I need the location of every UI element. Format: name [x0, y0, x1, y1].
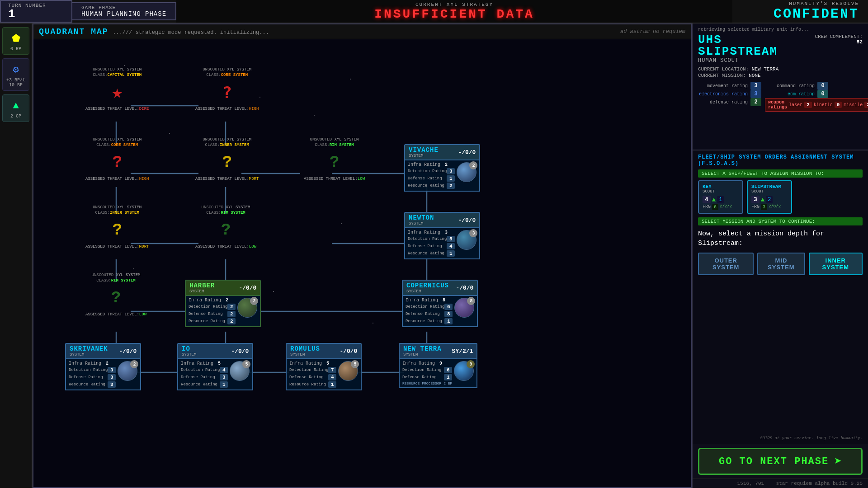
electronics-rating-row: electronics rating 3: [698, 90, 761, 98]
unit-name: UHS SLIPSTREAM: [698, 34, 807, 57]
bp-resource[interactable]: ⚙ +3 BP/t 10 BP: [2, 58, 29, 91]
system-skrivanek[interactable]: SKRIVANEK SYSTEM -/0/0 Infra Rating 2 De…: [65, 343, 141, 390]
go-next-arrow-icon: ➤: [834, 454, 842, 469]
slipstream-card[interactable]: SLIPSTREAM SCOUT 3 ▲ 2 FRG 3 2/0/2: [747, 180, 792, 214]
copernicus-name: COPERNICUS: [406, 282, 449, 289]
system-icon: ?: [213, 149, 241, 176]
map-subtitle: .../// strategic mode requested. initial…: [113, 29, 269, 36]
system-unscouted-rim2[interactable]: UNSCOUTED XYL SYSTEM CLASS:RIM SYSTEM ? …: [195, 205, 256, 249]
slip-frg-val: 3: [761, 204, 767, 210]
slip-num2: 2: [766, 196, 773, 203]
io-type: SYSTEM: [182, 352, 196, 357]
kinetic-val: 0: [835, 102, 842, 108]
weapon-ratings-row: weapon ratings laser 2 kinetic 0 missile…: [765, 98, 868, 112]
crew-complement: CREW COMPLEMENT: 52: [807, 34, 863, 45]
main-area: QUADRANT MAP .../// strategic mode reque…: [33, 23, 868, 488]
key-ship-row: 4 ▲ 1: [703, 196, 739, 203]
unit-info-header: retrieving selected military unit info..…: [698, 27, 863, 32]
slip-frg-score: 2/0/2: [769, 204, 781, 210]
laser-val: 2: [804, 102, 812, 108]
map-content: UNSCOUTED XYL SYSTEM CLASS:CAPITAL SYSTE…: [33, 42, 691, 487]
mission-prompt: Now, select a mission depth for Slipstre…: [698, 229, 863, 248]
system-unscouted-core2[interactable]: UNSCOUTED XYL SYSTEM CLASS:CORE SYSTEM ?…: [85, 137, 149, 181]
ecm-rating-label: ecm rating: [765, 92, 815, 97]
system-new-terra[interactable]: NEW TERRA SYSTEM SY/2/1 Infra Rating 9 D…: [399, 343, 477, 388]
system-unscouted-rim3[interactable]: UNSCOUTED XYL SYSTEM CLASS:RIM SYSTEM ? …: [85, 273, 146, 317]
mission-section-label: SELECT MISSION AND SYSTEM TO CONTINUE:: [698, 217, 863, 225]
system-icon: ★: [104, 79, 131, 106]
vivache-type: SYSTEM: [409, 154, 439, 158]
key-triangle: ▲: [712, 196, 716, 203]
system-unscouted-core1[interactable]: UNSCOUTED XYL SYSTEM CLASS:CORE SYSTEM ?…: [195, 67, 259, 111]
harber-score: -/0/0: [239, 285, 256, 291]
vivache-score: -/0/0: [458, 149, 476, 156]
inner-system-button[interactable]: INNER SYSTEM: [809, 253, 863, 275]
threat-label: ASSESSED THREAT LEVEL:LOW: [195, 244, 256, 249]
system-label: UNSCOUTED XYL SYSTEM CLASS:CAPITAL SYSTE…: [93, 67, 142, 78]
skrivanek-type: SYSTEM: [70, 352, 108, 357]
rp-amount: 0 RP: [10, 47, 21, 52]
weapon-ratings-label: weapon ratings: [768, 100, 787, 110]
bp-amount: 10 BP: [9, 83, 23, 88]
ecm-rating-row: ecm rating 0: [765, 90, 868, 98]
system-unscouted-inner1[interactable]: UNSCOUTED XYL SYSTEM CLASS:INNER SYSTEM …: [195, 137, 259, 181]
go-next-phase-button[interactable]: GO TO NEXT PHASE ➤: [698, 448, 863, 475]
system-unscouted-inner2[interactable]: UNSCOUTED XYL SYSTEM CLASS:INNER SYSTEM …: [85, 205, 149, 249]
key-scout-card[interactable]: KEY SCOUT 4 ▲ 1 FRG 6 2/2/2: [698, 180, 743, 214]
defense-rating-val: 2: [750, 98, 761, 106]
threat-label: ASSESSED THREAT LEVEL:DIRE: [85, 107, 149, 111]
cp-resource[interactable]: ▲ 2 CP: [2, 94, 29, 122]
fsoas-select-label: SELECT A SHIP/FLEET TO ASSIGN MISSION TO…: [698, 169, 863, 178]
cp-amount: 2 CP: [10, 114, 21, 119]
map-title: QUADRANT MAP: [39, 27, 108, 36]
romulus-name: ROMULUS: [290, 345, 320, 352]
skrivanek-score: -/0/0: [119, 348, 137, 355]
missile-label: missile: [844, 103, 863, 108]
movement-rating-label: movement rating: [698, 84, 748, 89]
key-scout-title: KEY: [703, 184, 715, 189]
command-rating-row: command rating 0: [765, 82, 868, 90]
system-vivache[interactable]: VIVACHE SYSTEM -/0/0 Infra Rating 2 Dete…: [404, 144, 480, 192]
defense-rating-row: defense rating 2: [698, 98, 761, 106]
fleet-cards: KEY SCOUT 4 ▲ 1 FRG 6 2/2/2: [698, 180, 863, 214]
slip-num1: 3: [751, 196, 760, 203]
key-frg-label: FRG: [703, 204, 711, 210]
slip-frg-row: FRG 3 2/0/2: [751, 204, 788, 210]
map-tagline: ad astrum no requiem: [620, 28, 685, 35]
newton-score: -/0/0: [458, 217, 476, 224]
turn-number: 1: [8, 8, 15, 20]
system-newton[interactable]: NEWTON SYSTEM -/0/0 Infra Rating 3 Detec…: [404, 212, 480, 259]
system-unscouted-capital[interactable]: UNSCOUTED XYL SYSTEM CLASS:CAPITAL SYSTE…: [85, 67, 149, 111]
fsoas-tagline: SOIRS at your service. long live humanit…: [698, 436, 863, 441]
system-label: UNSCOUTED XYL SYSTEM CLASS:INNER SYSTEM: [203, 137, 251, 148]
unit-stats-area: movement rating 3 electronics rating 3 d…: [698, 82, 863, 146]
new-terra-score: SY/2/1: [452, 348, 473, 355]
key-frg-score: 2/2/2: [720, 204, 732, 210]
strategy-value: INSUFFICIENT DATA: [374, 7, 534, 21]
command-rating-val: 0: [817, 82, 828, 90]
rp-resource[interactable]: ⬟ 0 RP: [2, 27, 29, 55]
system-romulus[interactable]: ROMULUS SYSTEM -/0/0 Infra Rating 5 Dete…: [286, 343, 362, 390]
system-harber[interactable]: HARBER SYSTEM -/0/0 Infra Rating 2 Detec…: [185, 280, 261, 327]
coords: 1516, 701: [737, 481, 764, 486]
right-ratings: command rating 0 ecm rating 0 weapon rat…: [765, 82, 868, 146]
system-unscouted-rim1[interactable]: UNSCOUTED XYL SYSTEM CLASS:RIM SYSTEM ? …: [304, 137, 365, 181]
system-label: UNSCOUTED XYL SYSTEM CLASS:CORE SYSTEM: [203, 67, 251, 78]
map-title-group: QUADRANT MAP .../// strategic mode reque…: [39, 27, 269, 36]
system-io[interactable]: IO SYSTEM -/0/0 Infra Rating 5 Detection…: [177, 343, 253, 390]
system-label: UNSCOUTED XYL SYSTEM CLASS:RIM SYSTEM: [202, 205, 250, 216]
strategy-label: CURRENT XYL STRATEGY: [415, 2, 493, 7]
outer-system-button[interactable]: OUTER SYSTEM: [698, 253, 754, 275]
slipstream-header: SLIPSTREAM SCOUT: [751, 184, 788, 194]
missile-val: 2: [864, 102, 868, 108]
left-sidebar: ⬟ 0 RP ⚙ +3 BP/t 10 BP ▲ 2 CP: [0, 23, 33, 488]
system-label: UNSCOUTED XYL SYSTEM CLASS:RIM SYSTEM: [310, 137, 359, 148]
mid-system-button[interactable]: MID SYSTEM: [757, 253, 805, 275]
system-copernicus[interactable]: COPERNICUS SYSTEM -/0/0 Infra Rating 8 D…: [402, 280, 478, 327]
io-name: IO: [182, 345, 196, 352]
newton-name: NEWTON: [409, 214, 434, 221]
right-panel: retrieving selected military unit info..…: [692, 23, 868, 488]
mission-buttons: OUTER SYSTEM MID SYSTEM INNER SYSTEM: [698, 253, 863, 275]
turn-box: TURN NUMBER 1: [0, 0, 72, 23]
system-label: UNSCOUTED XYL SYSTEM CLASS:RIM SYSTEM: [92, 273, 141, 283]
